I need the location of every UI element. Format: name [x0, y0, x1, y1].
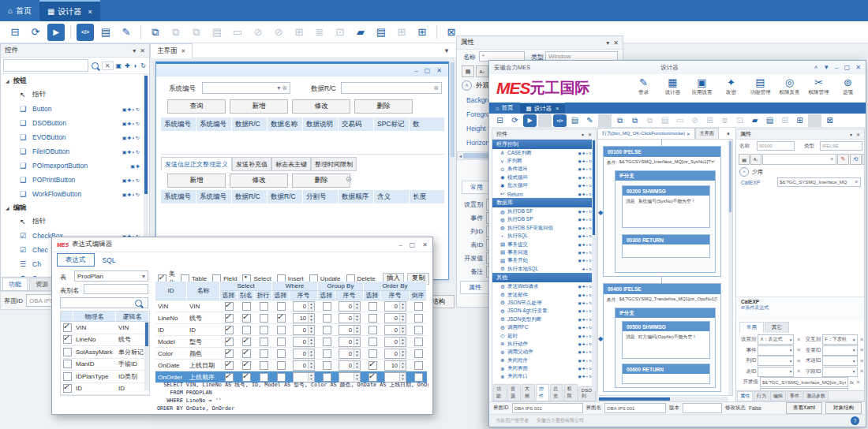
dock-tab[interactable]: 功能 [493, 384, 507, 401]
props-bottom-tab[interactable]: 激活参数 [803, 391, 829, 401]
sub-tab[interactable]: 整理时间限制 [311, 157, 357, 171]
close-icon[interactable]: ✕ [613, 39, 619, 47]
flow-block-shwmsg[interactable]: 00500 SHWMSG 消息 对方编码(OppNo)不能为空！ [622, 321, 710, 359]
column-header[interactable]: 物理名 [73, 311, 116, 322]
redo-icon[interactable]: ⟳ [862, 154, 865, 165]
sort-az-icon[interactable]: A↓ [750, 154, 761, 165]
props-tab[interactable]: 常用 [462, 181, 492, 194]
sort-az-icon[interactable]: A↓ [476, 65, 488, 77]
block-header[interactable]: 00100 IFELSE [604, 147, 720, 157]
column-group[interactable]: Select [220, 282, 272, 291]
flow-block-return[interactable]: 00600 RETURN [622, 364, 710, 384]
close-icon[interactable]: ✕ [856, 132, 860, 137]
column-group[interactable]: Order By [364, 282, 427, 291]
column-header[interactable]: 数据R/C [232, 118, 268, 132]
run-icon[interactable]: ▶ [47, 24, 65, 41]
sub-tab[interactable]: 发送补充值 [232, 157, 271, 171]
tab-behavior[interactable]: 行为(btn_MQ_OK-ClickFunctionInvoke) ✕ [597, 128, 695, 140]
chevron-down-icon[interactable]: ▾ [142, 273, 145, 280]
minimize-icon[interactable]: – [835, 64, 838, 71]
field-list-row[interactable]: ManID 手输ID [61, 359, 149, 371]
action-begin[interactable]: ▤ 事务开始 ▣✚◗↻ [492, 257, 596, 265]
column-header[interactable]: 交易码 [339, 118, 374, 132]
column-id-select[interactable]: ▾ [758, 356, 794, 366]
close-icon[interactable]: ✕ [181, 48, 186, 54]
column-header[interactable]: 数 [410, 118, 445, 132]
disabled-icon[interactable]: ⊘ [270, 24, 287, 41]
column-group[interactable]: Where [272, 282, 318, 291]
column-header[interactable]: 含义 [374, 190, 410, 204]
grid-blue-icon[interactable]: ⊞ [793, 114, 806, 127]
tab-designer[interactable]: ▦ 设计器 × [39, 0, 100, 21]
close-icon[interactable]: × [556, 106, 559, 111]
props-tab[interactable]: 其它 [765, 322, 789, 333]
document-icon[interactable]: ▤ [568, 114, 582, 127]
column-header[interactable]: 系统编号 [196, 190, 232, 204]
action-close-app[interactable]: ⊗ 关闭程序 ▣✚◗↻ [492, 356, 596, 364]
action-parent[interactable]: ⊛ 调用父动作 ▣✚◗↻ [492, 349, 596, 356]
control-pointer[interactable]: ↖ 指针 [1, 214, 145, 229]
toolbox-section[interactable]: 程序控制 [492, 140, 596, 149]
close-icon[interactable]: ✕ [436, 67, 442, 74]
folder-icon[interactable]: ▰ [748, 114, 761, 127]
props-bottom-tab[interactable]: 属性 [737, 391, 753, 401]
designer-icon[interactable]: ▦ 设计器 [658, 76, 687, 96]
clear-icon[interactable]: ⊗ [282, 84, 287, 91]
panel-icon[interactable]: ▭ [229, 24, 246, 41]
version-input[interactable] [683, 403, 722, 413]
event-select[interactable]: ▾ [758, 345, 794, 356]
popup-window-icon[interactable]: ⧉ [188, 24, 205, 41]
close-icon[interactable]: ✕ [855, 64, 861, 71]
dock-tab[interactable]: 权限 [564, 384, 578, 401]
flow-block-ifelse-1[interactable]: 00100 IFELSE 条件 $&'?GCSYSMQ_Interface_MQ… [603, 146, 721, 277]
form-grid-icon[interactable]: ▤ [208, 24, 226, 41]
action-loop2[interactable]: ✱ 批次循环 ▣✚◗↻ [492, 182, 596, 190]
field-list-row[interactable]: ID ID [61, 383, 149, 396]
clear-icon[interactable]: ✕ [856, 379, 860, 386]
panel-icon[interactable]: ▭ [673, 114, 687, 127]
popup-window-icon[interactable]: ⧉ [643, 114, 657, 127]
action-db-sp[interactable]: ◍ 执行DB SP ▣✚◗↻ [492, 216, 596, 224]
list-columns-icon[interactable]: ≣ [311, 24, 328, 41]
set-type-select[interactable]: X：表达式▾ [758, 334, 794, 345]
term-id-select[interactable]: ▾ [822, 356, 857, 366]
control-dsobutton[interactable]: ❑ DSOButton ▣✚◗↻ [1, 116, 145, 130]
action-json-type[interactable]: ⚙ JSON类型判断 ▣✚◗↻ [492, 315, 596, 323]
table-row[interactable]: Model 型号 0 0 0 [155, 336, 427, 348]
field-list-row[interactable]: SolAssyMark 单分标记 [61, 346, 149, 359]
toolbox-section[interactable]: 其他 [492, 273, 596, 282]
clear-search-icon[interactable]: ✕ [102, 62, 114, 70]
tree-expand-icon[interactable]: ◢ [6, 205, 9, 211]
variable-id-select[interactable]: ▾ [822, 345, 857, 356]
action-local-sql[interactable]: ⚙ 执行本地SQL ✚◗↻ [492, 265, 596, 273]
document-icon[interactable]: ▤ [97, 24, 114, 41]
separator[interactable] [436, 25, 437, 39]
props-bottom-tab[interactable]: 事件 [787, 391, 803, 401]
action-close-port[interactable]: ⊗ 关闭串口 ▣✚◗↻ [492, 373, 596, 381]
column-header[interactable]: 长度 [410, 190, 445, 204]
save-icon[interactable]: ⊟ [6, 24, 24, 41]
data-rc-input[interactable]: ⊗ [341, 82, 442, 94]
props-bottom-tab[interactable]: 行为 [754, 391, 769, 401]
clear-icon[interactable]: ✕ [830, 156, 834, 162]
close-icon[interactable]: ✕ [687, 132, 690, 136]
grid-blue-icon[interactable]: ⊞ [413, 24, 431, 41]
close-icon[interactable]: ✕ [422, 241, 428, 248]
column-header[interactable]: 系统编号 [161, 118, 196, 132]
props-filter-input[interactable]: ✕ [762, 154, 836, 165]
separator[interactable] [538, 114, 552, 127]
platform-filter-icons[interactable]: ▣ ✚ ◗ ↻ [116, 62, 147, 69]
change-password-icon[interactable]: ✦ 改密 [716, 76, 746, 96]
name-input[interactable]: 00100 [757, 141, 795, 151]
chevron-down-icon[interactable]: ▾ [606, 39, 609, 47]
folder-icon[interactable]: ▰ [352, 24, 369, 41]
control-evobutton[interactable]: ❑ EVOButton ▣✚◗↻ [1, 130, 145, 144]
minimize-icon[interactable]: – [398, 241, 402, 248]
form-button[interactable]: 删除 [354, 99, 413, 114]
tree-group-buttons[interactable]: ◢ 按钮 [1, 74, 145, 88]
separator[interactable] [140, 25, 141, 39]
table-row[interactable]: ID ID 0 0 0 [155, 324, 427, 336]
run-icon[interactable]: ▶ [523, 114, 537, 127]
table-row[interactable]: Color 颜色 0 0 0 [155, 348, 427, 360]
fx-icon[interactable]: fx [850, 380, 854, 385]
